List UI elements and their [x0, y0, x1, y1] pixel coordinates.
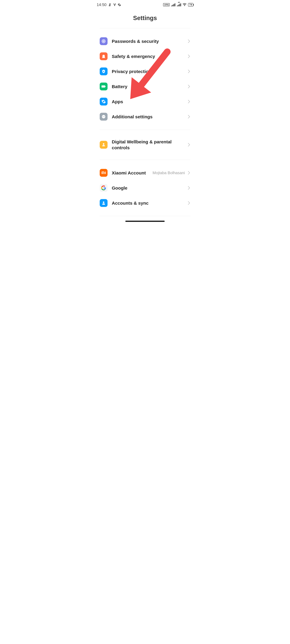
chevron-right-icon	[188, 69, 190, 74]
status-right: VPN 4G 74	[163, 3, 193, 7]
svg-rect-4	[102, 58, 105, 58]
settings-item-label: Xiaomi Account	[108, 170, 153, 176]
settings-item-label: Safety & emergency	[108, 54, 186, 59]
settings-item-label: Battery	[108, 84, 186, 90]
vpn-badge: VPN	[163, 3, 170, 6]
svg-rect-5	[103, 71, 104, 72]
mi-icon	[100, 169, 108, 177]
settings-item-label: Apps	[108, 99, 186, 104]
signal-bars-1	[171, 3, 175, 6]
settings-item-label: Additional settings	[108, 114, 186, 120]
mute-icon	[108, 3, 112, 7]
google-icon	[100, 184, 108, 192]
svg-point-3	[103, 41, 104, 42]
privacy-icon	[100, 68, 108, 75]
wifi-icon	[183, 3, 187, 6]
settings-item-label: Passwords & security	[108, 38, 186, 44]
svg-point-10	[103, 116, 103, 117]
settings-item-passwords-security[interactable]: Passwords & security	[92, 34, 198, 49]
v-icon	[113, 3, 116, 6]
status-time: 14:50	[97, 2, 107, 7]
svg-rect-14	[103, 173, 103, 174]
section-2: Digital Wellbeing & parental controls	[92, 130, 198, 160]
chevron-right-icon	[188, 39, 190, 43]
settings-item-label: Accounts & sync	[108, 200, 186, 206]
settings-item-battery[interactable]: Battery	[92, 79, 198, 94]
chevron-right-icon	[188, 100, 190, 104]
chevron-right-icon	[188, 54, 190, 58]
signal-bars-2: 4G	[177, 3, 181, 6]
settings-item-label: Privacy protection	[108, 68, 186, 74]
settings-item-privacy-protection[interactable]: Privacy protection	[92, 64, 198, 79]
settings-item-apps[interactable]: Apps	[92, 94, 198, 109]
svg-point-12	[104, 116, 105, 117]
network-label: 4G	[178, 2, 180, 3]
settings-item-accounts-sync[interactable]: Accounts & sync	[92, 196, 198, 210]
battery-badge: 74	[188, 3, 193, 7]
gear-icon	[118, 3, 121, 6]
settings-item-label: Digital Wellbeing & parental controls	[108, 139, 186, 150]
fingerprint-icon	[100, 37, 108, 45]
svg-rect-6	[102, 86, 105, 88]
settings-item-additional-settings[interactable]: Additional settings	[92, 109, 198, 124]
settings-item-safety-emergency[interactable]: Safety & emergency	[92, 49, 198, 64]
chevron-right-icon	[188, 186, 190, 190]
chevron-right-icon	[188, 201, 190, 205]
chevron-right-icon	[188, 84, 190, 88]
wellbeing-icon	[100, 141, 108, 149]
section-1: Passwords & security Safety & emergency …	[92, 28, 198, 130]
svg-point-8	[103, 101, 104, 102]
status-left: 14:50	[97, 2, 121, 7]
settings-item-google[interactable]: Google	[92, 180, 198, 196]
settings-item-value: Mojtaba Bolhasani	[153, 170, 186, 176]
status-bar: 14:50 VPN 4G	[92, 0, 198, 8]
svg-point-13	[103, 143, 104, 145]
person-icon	[100, 199, 108, 207]
chevron-right-icon	[188, 114, 190, 119]
settings-item-label: Google	[108, 185, 186, 191]
more-icon	[100, 113, 108, 120]
section-3: Xiaomi Account Mojtaba Bolhasani Google	[92, 160, 198, 216]
settings-item-digital-wellbeing[interactable]: Digital Wellbeing & parental controls	[92, 135, 198, 154]
apps-gear-icon	[100, 98, 108, 106]
battery-icon	[100, 82, 108, 90]
svg-rect-7	[105, 86, 106, 87]
svg-point-11	[103, 116, 104, 117]
chevron-right-icon	[188, 171, 190, 175]
page-title: Settings	[92, 8, 198, 28]
home-indicator	[125, 221, 165, 222]
chevron-right-icon	[188, 142, 190, 147]
settings-item-xiaomi-account[interactable]: Xiaomi Account Mojtaba Bolhasani	[92, 165, 198, 180]
svg-rect-15	[105, 172, 106, 174]
svg-point-16	[103, 202, 104, 203]
emergency-icon	[100, 52, 108, 60]
divider	[100, 216, 190, 216]
